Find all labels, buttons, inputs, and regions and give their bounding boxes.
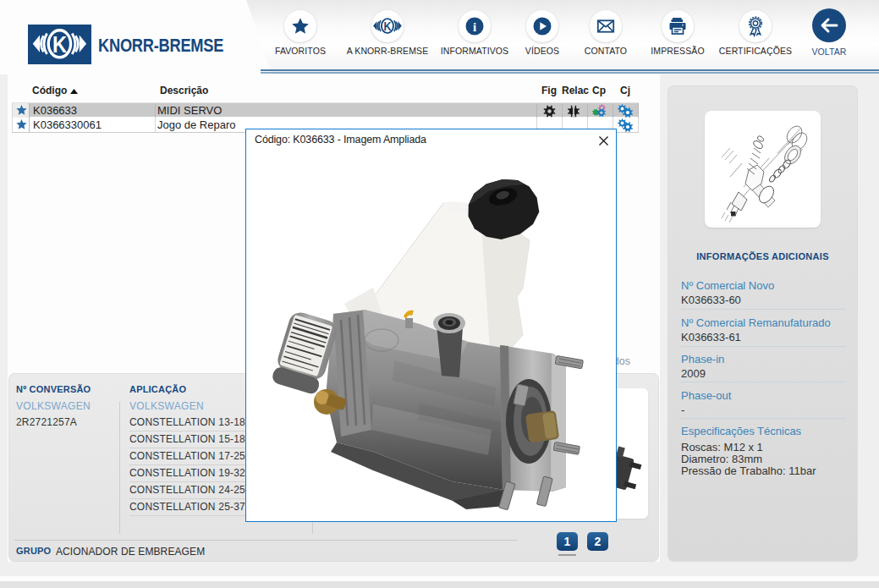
svg-text:K: K [52,32,67,58]
svg-text:i: i [473,20,476,34]
svg-text:K: K [384,19,393,33]
